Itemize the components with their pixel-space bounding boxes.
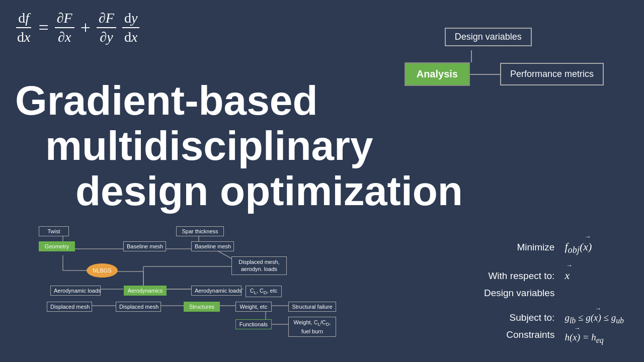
- wrt-label: With respect to: Design variables: [454, 267, 554, 302]
- equals-sign: =: [38, 17, 48, 38]
- spar-thickness-box: Spar thickness: [176, 226, 224, 236]
- subject-label: Subject to: Constraints: [454, 309, 554, 343]
- functionals-box: Functionals: [235, 319, 272, 329]
- formula-lhs: df dx: [15, 10, 32, 45]
- vert-connector: [471, 50, 472, 62]
- aero-loads2-box: Aerodynamic loads: [191, 286, 242, 296]
- plus-sign: +: [80, 17, 91, 38]
- formula-rhs1: ∂F ∂x: [55, 10, 74, 45]
- baseline-mesh2-box: Baseline mesh: [191, 241, 234, 251]
- wrt-row: With respect to: Design variables → x: [454, 265, 624, 302]
- geometry-box: Geometry: [39, 241, 75, 251]
- aerodynamics-box: Aerodynamics: [124, 286, 167, 296]
- nlbgs-box: NLBGS: [87, 263, 118, 278]
- displaced2-box: Displaced mesh: [116, 302, 161, 312]
- minimize-expr: fobj( → x ): [565, 237, 592, 258]
- minimize-label: Minimize: [454, 239, 554, 256]
- title-line2: multidisciplinary: [15, 123, 463, 168]
- minimize-row: Minimize fobj( → x ): [454, 237, 624, 258]
- aero-loads1-box: Aerodynamic loads: [50, 286, 101, 296]
- design-vars-box: Design variables: [445, 28, 532, 46]
- formula-rhs3: dy dx: [122, 10, 139, 45]
- baseline-mesh1-box: Baseline mesh: [123, 241, 166, 251]
- performance-metrics-box: Performance metrics: [500, 63, 604, 85]
- formula-top: df dx = ∂F ∂x + ∂F ∂y dy dx: [15, 10, 139, 45]
- bottom-diagram: Twist Spar thickness Geometry Baseline m…: [10, 226, 342, 357]
- structural-failure-box: Structural failure: [288, 302, 336, 312]
- formula-rhs2: ∂F ∂y: [97, 10, 116, 45]
- math-section: Minimize fobj( → x ) With respect to: De…: [454, 237, 624, 352]
- weight-cl-box: Weight, CL/CD,fuel burn: [288, 317, 336, 337]
- cl-cd-box: CL, CD, etc: [246, 286, 282, 297]
- structures-box: Structures: [184, 302, 220, 312]
- top-diagram: Design variables Analysis Performance me…: [405, 28, 604, 86]
- wrt-expr: → x: [565, 265, 570, 286]
- horiz-connector: [470, 74, 500, 75]
- constraints-expr: glb ≤ g(→x) ≤ gub h(→x) = heq: [565, 309, 624, 348]
- title-line1: Gradient-based: [15, 78, 463, 123]
- main-title: Gradient-based multidisciplinary design …: [15, 78, 463, 214]
- displaced-mesh-aero-box: Displaced mesh,aerodyn. loads: [231, 256, 287, 275]
- weight-etc-box: Weight, etc: [235, 302, 272, 312]
- displaced1-box: Displaced mesh: [47, 302, 92, 312]
- twist-box: Twist: [39, 226, 69, 236]
- subject-to-row: Subject to: Constraints glb ≤ g(→x) ≤ gu…: [454, 309, 624, 348]
- title-line3: design optimization: [15, 168, 463, 214]
